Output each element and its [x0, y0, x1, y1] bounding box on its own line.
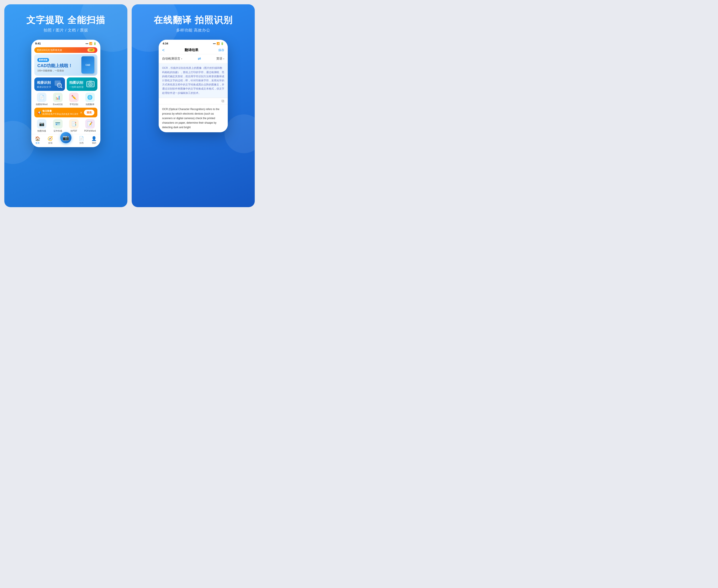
- cad-label: CAD: [85, 64, 90, 66]
- icon-word[interactable]: 📄 拍图转Word: [34, 92, 49, 106]
- cad-title: CAD功能上线啦！: [37, 63, 73, 69]
- signal-icon: ▪▪▪: [85, 42, 88, 45]
- nav-camera-icon: 📷: [63, 135, 69, 141]
- copy-icon-area: ⧉: [159, 98, 228, 104]
- word-label: 拍图转Word: [36, 103, 47, 106]
- bottom-icon-grid: 📷 拍图扫描 🪪 证件扫描 📑 转PDF 📝 PDF转Word: [34, 119, 97, 132]
- nav-discover-label: 发现: [48, 142, 53, 145]
- docs-icon: 📄: [79, 136, 84, 141]
- icon-to-pdf[interactable]: 📑 转PDF: [66, 119, 81, 132]
- daily-banner[interactable]: 📢 每日限量 前200名用户可享会员价低至 ¥4.13/月 ✕ 速抢: [34, 108, 97, 118]
- feature-grid: 相册识别 精准识别文字 拍图识别 一拍即成所需: [34, 78, 97, 91]
- phone-mockup-1: 9:41 ▪▪▪ 📶 🔋 您的100元红包即将失效 VIP 新鲜体验: [31, 40, 100, 147]
- card1-title: 文字提取 全能扫描: [26, 15, 105, 25]
- pdfword-icon-box: 📝: [85, 119, 95, 129]
- home-icon: 🏠: [35, 136, 40, 141]
- topdf-label: 转PDF: [70, 129, 77, 132]
- topdf-icon-box: 📑: [69, 119, 79, 129]
- excel-icon-box: 📊: [53, 92, 63, 102]
- translated-text: OCR (Optical Character Recognition) refe…: [162, 107, 224, 130]
- rush-button[interactable]: 速抢: [84, 110, 94, 115]
- id-icon-box: 🪪: [53, 119, 63, 129]
- scan-label: 拍图扫描: [37, 129, 46, 132]
- photo-icon: [86, 79, 95, 89]
- daily-left: 📢 每日限量 前200名用户可享会员价低至 ¥4.13/月: [37, 109, 78, 115]
- nav-docs[interactable]: 📄 文档: [79, 136, 84, 145]
- nav-profile[interactable]: 👤 我的: [91, 136, 97, 145]
- status-time-2: 4:34: [163, 42, 168, 45]
- daily-icon: 📢: [37, 111, 41, 114]
- album-icon: [53, 79, 63, 89]
- svg-point-5: [90, 84, 91, 85]
- translate-icon-box: 🌐: [85, 92, 95, 102]
- card2-subtitle: 多样功能 高效办公: [176, 28, 210, 33]
- target-lang-button[interactable]: 英语 ▾: [216, 57, 224, 61]
- nav-center-button[interactable]: 📷: [60, 132, 71, 143]
- svg-rect-6: [89, 81, 92, 82]
- target-lang-arrow: ▾: [223, 58, 224, 60]
- cad-sub: 100+功能体验，一应俱全: [37, 69, 73, 72]
- copy-icon[interactable]: ⧉: [222, 99, 224, 103]
- icon-handwrite[interactable]: ✏️ 手写识别: [66, 92, 81, 106]
- icon-id[interactable]: 🪪 证件扫描: [50, 119, 65, 132]
- status-bar-2: 4:34 ▪▪▪ 📶 🔋: [159, 40, 228, 46]
- daily-title: 每日限量: [42, 109, 78, 113]
- scan-icon-box: 📷: [37, 119, 46, 129]
- source-text-content: OCR，扫描并识别在纸质上的图像（图片的扫描和数码相机的拍摄），查纸上打印的字符…: [162, 66, 224, 95]
- source-text-area: OCR，扫描并识别在纸质上的图像（图片的扫描和数码相机的拍摄），查纸上打印的字符…: [159, 63, 228, 98]
- translate-label: 拍图翻译: [86, 103, 94, 106]
- icon-excel[interactable]: 📊 Excel识别: [50, 92, 65, 106]
- feature-album[interactable]: 相册识别 精准识别文字: [34, 78, 65, 91]
- handwrite-icon-box: ✏️: [69, 92, 79, 102]
- card-right: 在线翻译 拍照识别 多样功能 高效办公 4:34 ▪▪▪ 📶 🔋 < 翻译结果 …: [132, 4, 255, 207]
- status-time-1: 9:41: [35, 42, 41, 45]
- icon-pdf-word[interactable]: 📝 PDF转Word: [83, 119, 98, 132]
- cad-new-tag: 新鲜体验: [37, 58, 49, 62]
- svg-line-2: [61, 87, 62, 88]
- icon-scan[interactable]: 📷 拍图扫描: [34, 119, 49, 132]
- language-selector: 自动检测语言 ▾ ⇌ 英语 ▾: [159, 54, 228, 63]
- cad-banner[interactable]: 新鲜体验 CAD功能上线啦！ 100+功能体验，一应俱全 CAD: [34, 54, 97, 76]
- swap-languages-icon[interactable]: ⇌: [198, 56, 201, 61]
- phone-mockup-2: 4:34 ▪▪▪ 📶 🔋 < 翻译结果 保存 自动检测语言 ▾ ⇌: [159, 40, 228, 132]
- save-button[interactable]: 保存: [218, 48, 224, 52]
- source-lang-arrow: ▾: [181, 58, 182, 60]
- nav-home-label: 首页: [35, 142, 40, 145]
- icon-translate[interactable]: 🌐 拍图翻译: [83, 92, 98, 106]
- card1-subtitle: 拍照 / 图片 / 文档 / 票据: [44, 28, 88, 33]
- phone-2: 4:34 ▪▪▪ 📶 🔋 < 翻译结果 保存 自动检测语言 ▾ ⇌: [159, 40, 228, 132]
- status-icons-1: ▪▪▪ 📶 🔋: [85, 42, 97, 45]
- nav-docs-label: 文档: [79, 142, 84, 145]
- nav-discover[interactable]: 🧭 发现: [47, 136, 53, 145]
- vip-badge: VIP: [87, 48, 95, 52]
- source-lang-button[interactable]: 自动检测语言 ▾: [162, 57, 182, 61]
- nav-profile-label: 我的: [92, 142, 96, 145]
- cad-phone-image: CAD: [81, 56, 94, 74]
- card-left: 文字提取 全能扫描 拍照 / 图片 / 文档 / 票据 9:41 ▪▪▪ 📶 🔋…: [4, 4, 127, 207]
- bottom-nav: 🏠 首页 🧭 发现 📷 📄 文档 👤 我的: [31, 134, 100, 147]
- profile-icon: 👤: [91, 136, 97, 141]
- handwrite-label: 手写识别: [69, 103, 78, 106]
- daily-info: 每日限量 前200名用户可享会员价低至 ¥4.13/月: [42, 109, 78, 115]
- wifi-icon: 📶: [89, 42, 93, 45]
- promo-bar[interactable]: 您的100元红包即将失效 VIP: [34, 47, 97, 53]
- translate-title: 翻译结果: [185, 48, 198, 52]
- id-label: 证件扫描: [54, 129, 62, 132]
- battery-icon-2: 🔋: [221, 42, 224, 45]
- excel-label: Excel识别: [53, 103, 63, 106]
- target-lang-label: 英语: [216, 57, 222, 61]
- nav-home[interactable]: 🏠 首页: [35, 136, 40, 145]
- feature-photo[interactable]: 拍图识别 一拍即成所需: [67, 78, 97, 91]
- daily-close-icon[interactable]: ✕: [80, 111, 82, 114]
- battery-icon: 🔋: [93, 42, 97, 45]
- promo-text: 您的100元红包即将失效: [37, 48, 62, 52]
- cad-left: 新鲜体验 CAD功能上线啦！ 100+功能体验，一应俱全: [37, 58, 73, 72]
- signal-icon-2: ▪▪▪: [213, 42, 216, 45]
- status-icons-2: ▪▪▪ 📶 🔋: [213, 42, 224, 45]
- pdfword-label: PDF转Word: [84, 129, 96, 132]
- status-bar-1: 9:41 ▪▪▪ 📶 🔋: [31, 40, 100, 46]
- back-button[interactable]: <: [162, 48, 165, 52]
- source-lang-label: 自动检测语言: [162, 57, 180, 61]
- phone-1: 9:41 ▪▪▪ 📶 🔋 您的100元红包即将失效 VIP 新鲜体验: [31, 40, 100, 147]
- word-icon-box: 📄: [37, 92, 46, 102]
